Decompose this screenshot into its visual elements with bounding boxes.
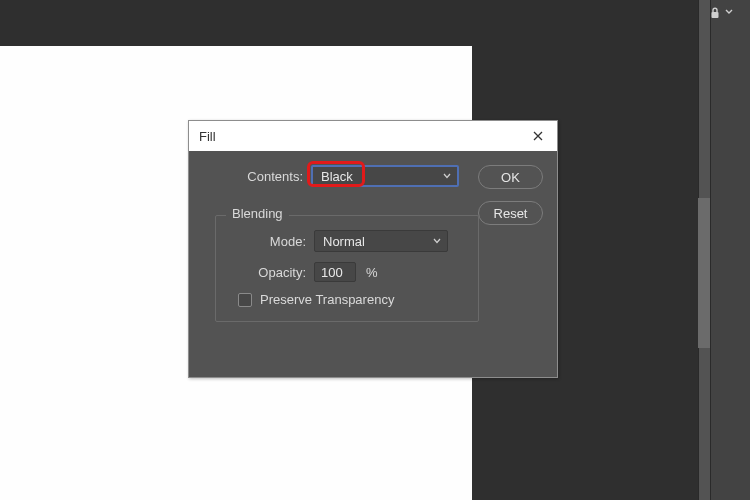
right-panel-inner: [710, 0, 750, 500]
dialog-title: Fill: [199, 129, 529, 144]
opacity-unit: %: [366, 265, 378, 280]
panel-top-icons: [708, 0, 734, 25]
mode-row: Mode: Normal: [228, 230, 466, 252]
reset-button[interactable]: Reset: [478, 201, 543, 225]
close-icon: [532, 130, 544, 142]
lock-icon[interactable]: [708, 6, 722, 20]
panel-scroll-track: [698, 198, 710, 348]
close-button[interactable]: [529, 127, 547, 145]
mode-label: Mode:: [228, 234, 314, 249]
ok-button[interactable]: OK: [478, 165, 543, 189]
mode-value: Normal: [323, 234, 365, 249]
chevron-down-icon: [443, 173, 451, 179]
chevron-down-icon: [433, 238, 441, 244]
blending-legend: Blending: [226, 206, 289, 221]
contents-value: Black: [321, 169, 353, 184]
opacity-row: Opacity: %: [228, 262, 466, 282]
right-panel-strip: [698, 0, 750, 500]
preserve-transparency-row: Preserve Transparency: [238, 292, 466, 307]
dialog-body: Contents: Black OK Reset Blending Mode: …: [189, 151, 557, 377]
preserve-transparency-label: Preserve Transparency: [260, 292, 394, 307]
preserve-transparency-checkbox[interactable]: [238, 293, 252, 307]
contents-select[interactable]: Black: [311, 165, 459, 187]
dropdown-caret-icon[interactable]: [724, 4, 734, 21]
blending-fieldset: Blending Mode: Normal Opacity: % Preserv…: [215, 215, 479, 322]
svg-rect-0: [712, 12, 719, 18]
fill-dialog: Fill Contents: Black OK Reset Blending: [188, 120, 558, 378]
opacity-label: Opacity:: [228, 265, 314, 280]
mode-select[interactable]: Normal: [314, 230, 448, 252]
dialog-titlebar[interactable]: Fill: [189, 121, 557, 151]
contents-label: Contents:: [203, 169, 311, 184]
opacity-input[interactable]: [314, 262, 356, 282]
dialog-buttons: OK Reset: [478, 165, 543, 225]
